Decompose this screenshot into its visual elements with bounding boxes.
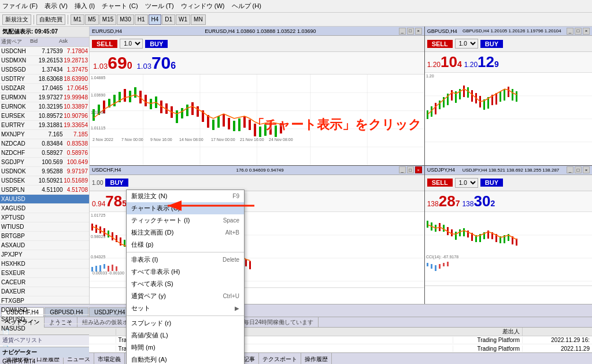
- usdchf-minimize[interactable]: _: [399, 166, 406, 173]
- rate-hsxhkd[interactable]: HSXHKD: [0, 259, 89, 269]
- rate-brtgbp[interactable]: BRTGBP: [0, 232, 89, 241]
- usdchf-info: 1.00: [92, 180, 103, 186]
- tf-h4[interactable]: H4: [149, 14, 162, 25]
- eurusd-sell-button[interactable]: SELL: [92, 40, 117, 48]
- usdchf-close[interactable]: ×: [415, 166, 422, 173]
- rate-mxnjpy[interactable]: MXNJPY7.1657.185: [0, 130, 89, 139]
- tf-d1[interactable]: D1: [162, 14, 175, 25]
- eurusd-header: EURUSD,H4 EURUSD,H4 1.03860 1.03888 1.03…: [90, 27, 424, 36]
- menu-window[interactable]: ウィンドウ (W): [181, 2, 225, 10]
- tf-mn[interactable]: MN: [191, 14, 206, 25]
- ctx-time[interactable]: 時間 (m): [127, 341, 244, 354]
- ctx-hide[interactable]: 非表示 (I) Delete: [127, 254, 244, 266]
- eurusd-lot-select[interactable]: 1.00: [120, 39, 143, 49]
- ctx-new-order[interactable]: 新規注文 (N) F9: [127, 190, 244, 202]
- gbpusd-buy-button[interactable]: BUY: [480, 40, 503, 48]
- svg-text:7 Nov 00:00: 7 Nov 00:00: [121, 138, 143, 142]
- rate-nasusd[interactable]: NASUSD: [0, 324, 89, 333]
- usdchf-buy-button[interactable]: BUY: [105, 179, 128, 187]
- rate-usdzar[interactable]: USDZAR17.046517.0645: [0, 84, 89, 93]
- new-order-button[interactable]: 新規注文: [2, 14, 31, 25]
- rate-jpxjpy[interactable]: JPXJPY: [0, 250, 89, 259]
- tf-m5[interactable]: M5: [85, 14, 99, 25]
- auto-trade-button[interactable]: 自動売買: [36, 14, 65, 25]
- rate-xauusd[interactable]: XAUUSD: [0, 195, 89, 204]
- gbpusd-lot-select[interactable]: 1.00: [455, 39, 478, 49]
- rate-sgdjpy[interactable]: SGDJPY100.569100.649: [0, 158, 89, 167]
- ctx-auto-arrange[interactable]: 自動売列 (A): [127, 354, 244, 364]
- rate-ftxgbp[interactable]: FTXGBP: [0, 296, 89, 306]
- menu-help[interactable]: ヘルプ (H): [232, 2, 261, 10]
- tf-h1[interactable]: H1: [135, 14, 148, 25]
- svg-rect-44: [275, 125, 277, 137]
- rate-usdcnh[interactable]: USDCNH7.175397.17804: [0, 47, 89, 56]
- rate-nzdcad[interactable]: NZDCAD0.834840.83538: [0, 139, 89, 148]
- status-tech-support[interactable]: テクスポート: [259, 353, 301, 364]
- rate-wtiusd[interactable]: WTIUSD: [0, 222, 89, 232]
- chart-tab-usdjpy[interactable]: USDJPY,H4: [89, 307, 131, 317]
- ctx-chart-view[interactable]: チャート表示 (C): [127, 202, 244, 214]
- rate-usdpln[interactable]: USDPLN4.511004.51708: [0, 185, 89, 195]
- usdjpy-minimize[interactable]: _: [567, 166, 574, 173]
- gbpusd-minimize[interactable]: _: [567, 28, 574, 35]
- ctx-tick-chart[interactable]: ティックチャート (I) Space: [127, 214, 244, 226]
- menu-insert[interactable]: 挿入 (I): [75, 2, 95, 10]
- rate-esxeur[interactable]: ESXEUR: [0, 269, 89, 278]
- usdchf-restore[interactable]: □: [407, 166, 414, 173]
- ctx-spread[interactable]: スプレッド (r): [127, 317, 244, 329]
- eurusd-buy-button[interactable]: BUY: [145, 40, 168, 48]
- status-op-history[interactable]: 操作履歴: [301, 353, 332, 364]
- tf-w1[interactable]: W1: [176, 14, 190, 25]
- ctx-hide-all[interactable]: すべて非表示 (H): [127, 266, 244, 278]
- ctx-high-low[interactable]: 高値/安値 (L): [127, 329, 244, 341]
- usdjpy-chart-body[interactable]: CCI(14): -67.9178: [425, 212, 592, 304]
- tf-m30[interactable]: M30: [117, 14, 134, 25]
- nav-gemfx[interactable]: GemFX MT4: [0, 358, 89, 364]
- menu-chart[interactable]: チャート (C): [102, 2, 138, 10]
- usdjpy-close[interactable]: ×: [583, 166, 590, 173]
- ctx-set[interactable]: セット ▶: [127, 302, 244, 314]
- rate-usdnok[interactable]: USDNOK9.952889.97197: [0, 167, 89, 176]
- usdjpy-lot-select[interactable]: 1.00: [455, 178, 478, 188]
- ctx-spec[interactable]: 仕様 (p): [127, 239, 244, 251]
- rate-dowusd[interactable]: DOWUSD: [0, 306, 89, 315]
- rate-eursek[interactable]: EURSEK10.8957210.90796: [0, 112, 89, 121]
- ctx-show-all[interactable]: すべて表示 (S): [127, 278, 244, 290]
- eurusd-maximize[interactable]: □: [407, 28, 414, 35]
- rate-usdsgd[interactable]: USDSGD1.374341.37475: [0, 65, 89, 75]
- usdjpy-maximize[interactable]: □: [575, 166, 582, 173]
- rate-usdtry[interactable]: USDTRY18.6306818.63990: [0, 75, 89, 84]
- rate-nzdchf[interactable]: NZDCHF0.589270.58976: [0, 148, 89, 158]
- ctx-order-panel[interactable]: 板注文画面 (D) Alt+B: [127, 226, 244, 239]
- rate-spusd[interactable]: S&PUSD: [0, 315, 89, 324]
- tf-m1[interactable]: M1: [71, 14, 84, 25]
- rate-xptusd[interactable]: XPTUSD: [0, 213, 89, 222]
- eurusd-close[interactable]: ×: [415, 28, 422, 35]
- gbpusd-sell-button[interactable]: SELL: [427, 40, 453, 48]
- eurusd-minimize[interactable]: _: [399, 28, 406, 35]
- rate-daxeur[interactable]: DAXEUR: [0, 287, 89, 296]
- rate-usdmxn[interactable]: USDMXN19.2615319.28713: [0, 56, 89, 65]
- usdjpy-sell-button[interactable]: SELL: [427, 179, 453, 187]
- status-market-def[interactable]: 市場定義: [94, 353, 125, 364]
- rate-asxaud[interactable]: ASXAUD: [0, 241, 89, 250]
- gbpusd-bid-prefix: 1.20: [427, 61, 441, 69]
- rate-caceur[interactable]: CACEUR: [0, 278, 89, 287]
- usdjpy-buy-button[interactable]: BUY: [480, 179, 503, 187]
- tf-m15[interactable]: M15: [99, 14, 116, 25]
- menu-tools[interactable]: ツール (T): [145, 2, 174, 10]
- ctx-tick-chart-shortcut: Space: [223, 217, 239, 224]
- menu-view[interactable]: 表示 (V): [45, 2, 68, 10]
- rate-xagusd[interactable]: XAGUSD: [0, 204, 89, 213]
- eurusd-chart-body[interactable]: 1.04885 1.03690 1.02500 1.01115 2 Nov 20…: [90, 75, 424, 165]
- rate-eurnok[interactable]: EURNOK10.3219510.33897: [0, 102, 89, 112]
- gbpusd-maximize[interactable]: □: [575, 28, 582, 35]
- ctx-new-order-shortcut: F9: [232, 193, 239, 199]
- ctx-currency-pair[interactable]: 通貨ペア (y) Ctrl+U: [127, 290, 244, 302]
- rate-eurtry[interactable]: EURTRY19.3188119.33654: [0, 121, 89, 130]
- gbpusd-chart-body[interactable]: 1.20: [425, 73, 592, 165]
- rate-usdsek[interactable]: USDSEK10.5092110.51689: [0, 176, 89, 185]
- menu-file[interactable]: ファイル (F): [2, 2, 38, 10]
- rate-eurmxn[interactable]: EURMXN19.9732719.99948: [0, 93, 89, 102]
- gbpusd-close[interactable]: ×: [583, 28, 590, 35]
